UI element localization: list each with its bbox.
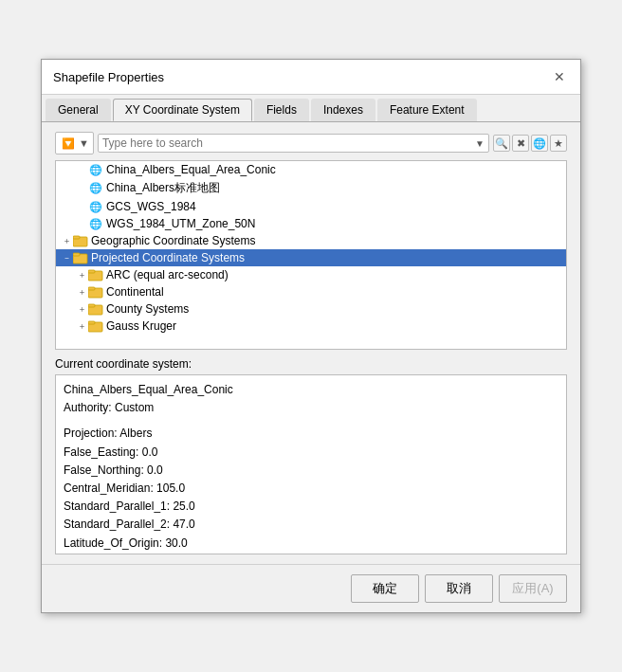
tree-item-label: County Systems [106,302,189,316]
folder-icon [88,268,103,282]
svg-rect-3 [73,253,80,256]
tab-feature-extent[interactable]: Feature Extent [377,99,477,121]
tree-item-projected[interactable]: － Projected Coordinate Systems [56,249,566,266]
filter-group[interactable]: 🔽 ▼ [55,132,94,154]
globe-icon: 🌐 [88,217,103,230]
search-input[interactable] [102,136,475,150]
expander [75,163,88,176]
search-box[interactable]: ▼ [98,134,489,153]
expander[interactable]: ＋ [60,234,73,247]
button-bar: 确定 取消 应用(A) [42,564,580,612]
expander[interactable]: ＋ [75,302,88,316]
coord-info-box: China_Albers_Equal_Area_Conic Authority:… [55,374,567,554]
globe-icon: 🌐 [88,163,103,176]
svg-rect-9 [88,304,95,307]
svg-rect-1 [73,236,80,239]
tree-item-china-albers[interactable]: 🌐 China_Albers_Equal_Area_Conic [56,161,566,178]
globe-button[interactable]: 🌐 [531,135,548,152]
globe-icon: 🌐 [88,200,103,213]
tree-item-arc[interactable]: ＋ ARC (equal arc-second) [56,266,566,283]
filter-dropdown-arrow[interactable]: ▼ [79,137,89,149]
tree-item-wgs1984-utm[interactable]: 🌐 WGS_1984_UTM_Zone_50N [56,215,566,232]
folder-icon [88,302,103,316]
expander[interactable]: ＋ [75,268,88,282]
search-icon-group: 🔍 ✖ 🌐 ★ [493,135,567,152]
tab-indexes[interactable]: Indexes [311,99,375,121]
tab-xy-coordinate-system[interactable]: XY Coordinate System [113,99,252,121]
tree-item-gauss[interactable]: ＋ Gauss Kruger [56,318,566,335]
coord-authority: Authority: Custom [64,399,558,417]
toolbar: 🔽 ▼ ▼ 🔍 ✖ 🌐 ★ [55,132,567,154]
search-dropdown-arrow[interactable]: ▼ [475,138,485,149]
tab-fields[interactable]: Fields [254,99,309,121]
close-button[interactable]: ✕ [550,67,569,86]
tab-bar: General XY Coordinate System Fields Inde… [42,95,580,122]
coord-detail-line: Central_Meridian: 105.0 [64,480,558,498]
tab-general[interactable]: General [46,99,111,121]
coord-section-label: Current coordinate system: [55,357,567,371]
ok-button[interactable]: 确定 [351,574,419,603]
tree-item-label: Geographic Coordinate Systems [91,234,255,247]
tree-item-label: China_Albers标准地图 [106,180,220,196]
coord-detail-line: Latitude_Of_Origin: 30.0 [64,535,558,553]
coord-detail-line: False_Northing: 0.0 [64,462,558,480]
expander[interactable]: － [60,251,73,264]
coord-detail-line: Projection: Albers [64,425,558,443]
dialog-title: Shapefile Properties [53,70,164,84]
expander [75,217,88,230]
coord-name: China_Albers_Equal_Area_Conic [64,381,558,399]
tree-item-label: Projected Coordinate Systems [91,251,245,264]
tree-item-gcs-wgs1984[interactable]: 🌐 GCS_WGS_1984 [56,198,566,215]
tree-item-county[interactable]: ＋ County Systems [56,300,566,318]
filter-icon[interactable]: 🔽 [60,135,77,152]
folder-icon [88,285,103,299]
coord-details: Projection: Albers False_Easting: 0.0 Fa… [64,425,558,554]
svg-rect-11 [88,321,95,324]
tab-content: 🔽 ▼ ▼ 🔍 ✖ 🌐 ★ 🌐 China_Albers_Equal_Area_ [42,122,580,564]
svg-rect-5 [88,270,95,273]
coordinate-system-tree[interactable]: 🌐 China_Albers_Equal_Area_Conic 🌐 China_… [55,160,567,350]
tree-item-label: China_Albers_Equal_Area_Conic [106,163,276,176]
svg-rect-7 [88,287,95,290]
expander [75,200,88,213]
expander[interactable]: ＋ [75,285,88,299]
globe-icon: 🌐 [88,182,103,195]
coord-detail-line: False_Easting: 0.0 [64,444,558,462]
coord-detail-line: Linear Unit: Meter (1.0) [64,553,558,554]
title-bar: Shapefile Properties ✕ [42,60,580,95]
shapefile-properties-dialog: Shapefile Properties ✕ General XY Coordi… [41,59,581,613]
folder-icon [73,234,88,247]
folder-icon [73,251,88,264]
tree-item-label: Gauss Kruger [106,319,176,333]
tree-item-geographic[interactable]: ＋ Geographic Coordinate Systems [56,232,566,249]
tree-item-china-albers-std[interactable]: 🌐 China_Albers标准地图 [56,178,566,198]
tree-item-continental[interactable]: ＋ Continental [56,283,566,300]
cancel-button[interactable]: 取消 [425,574,493,603]
star-button[interactable]: ★ [550,135,567,152]
tree-item-label: WGS_1984_UTM_Zone_50N [106,217,255,230]
search-clear-button[interactable]: ✖ [512,135,529,152]
coord-detail-line: Standard_Parallel_1: 25.0 [64,498,558,516]
expander [75,182,88,195]
tree-item-label: Continental [106,285,164,299]
tree-item-label: GCS_WGS_1984 [106,200,196,213]
expander[interactable]: ＋ [75,319,88,333]
search-go-button[interactable]: 🔍 [493,135,510,152]
apply-button[interactable]: 应用(A) [499,574,567,603]
folder-icon [88,319,103,333]
coord-detail-line: Standard_Parallel_2: 47.0 [64,516,558,534]
tree-item-label: ARC (equal arc-second) [106,268,229,282]
